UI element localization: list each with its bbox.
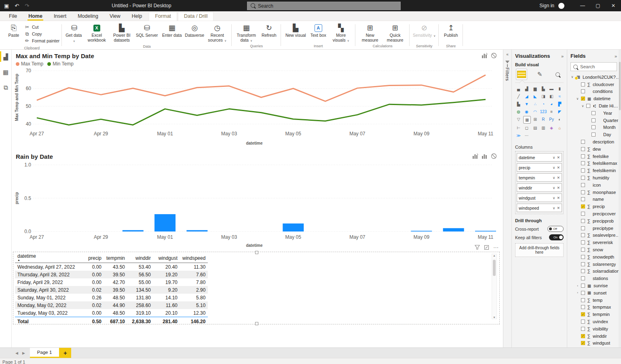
field-item-dew[interactable]: ∑dew (570, 145, 620, 153)
ribbon-tab-insert[interactable]: Insert (48, 12, 72, 21)
decomposition-tree-icon[interactable]: ⊢ (515, 124, 522, 131)
checkbox-checked[interactable]: ✓ (581, 97, 585, 101)
checkbox[interactable] (581, 168, 585, 173)
line-chart-visual[interactable]: Max and Min Temp by Date Max TempMin Tem… (13, 50, 501, 149)
field-item-month[interactable]: Month (570, 124, 620, 131)
drill-actions-icon[interactable] (472, 153, 478, 159)
scatter-chart-icon[interactable]: ∴ (532, 101, 539, 107)
checkbox[interactable] (581, 147, 585, 151)
new-visual-button[interactable]: ▙New visual (283, 22, 308, 39)
line-series-min-temp[interactable] (37, 99, 486, 125)
arcgis-map-icon[interactable]: ◈ (548, 124, 555, 131)
avatar[interactable] (558, 3, 564, 9)
checkbox[interactable] (581, 284, 585, 288)
field-item-visibility[interactable]: ∑visibility (570, 325, 620, 332)
line-series-max-temp[interactable] (37, 75, 486, 101)
more-visuals-ellipsis-icon[interactable]: ⋯ (523, 132, 530, 139)
checkbox[interactable] (581, 233, 585, 237)
remove-field-icon[interactable]: ✕ (557, 156, 560, 160)
table-row[interactable]: Wednesday, April 27, 20220.0043.5053.402… (15, 263, 208, 271)
checkbox[interactable] (581, 298, 585, 302)
cross-report-toggle[interactable]: Off (547, 226, 564, 232)
keep-all-filters-toggle[interactable]: On (549, 234, 564, 240)
field-item-temp[interactable]: ∑temp (570, 297, 620, 304)
waterfall-chart-icon[interactable]: ▙ (515, 101, 522, 107)
matrix-icon[interactable]: ⊞ (532, 116, 539, 123)
table-row[interactable]: Monday, May 02, 20220.0244.90258.6011.60… (15, 301, 208, 309)
ribbon-tab-data-drill[interactable]: Data / Drill (178, 12, 213, 21)
checkbox-checked[interactable]: ✓ (581, 341, 585, 345)
field-well-winddir[interactable]: winddir∨✕ (517, 183, 562, 192)
more-options-icon[interactable]: ⋯ (493, 244, 498, 252)
field-item-cloudcover[interactable]: ∑cloudcover (570, 81, 620, 88)
checkbox[interactable] (581, 140, 585, 144)
checkbox[interactable] (581, 212, 585, 216)
field-item-icon[interactable]: icon (570, 181, 620, 189)
line-chart-icon[interactable]: ╱ (515, 93, 522, 100)
fields-scrollbar[interactable] (619, 50, 621, 347)
checkbox[interactable] (581, 89, 585, 93)
chevron-down-icon[interactable]: ∨ (553, 196, 556, 200)
column-header-tempmin[interactable]: tempmin (104, 252, 127, 263)
field-item-feelslike[interactable]: ∑feelslike (570, 153, 620, 160)
field-item-conditions[interactable]: conditions (570, 88, 620, 95)
stacked-area-chart-icon[interactable]: ◣ (532, 93, 539, 100)
field-item-london-2cuk-unitg-[interactable]: ∨▦London%2CUK?unitG... (570, 74, 620, 81)
save-icon[interactable]: ▣ (4, 3, 9, 9)
undo-icon[interactable]: ↶ (15, 3, 19, 9)
copy-button[interactable]: ⧉Copy (24, 31, 59, 37)
scroll-up-icon[interactable]: ▲ (493, 254, 496, 257)
field-item-solarradiation[interactable]: ∑solarradiation (570, 268, 620, 275)
checkbox-checked[interactable]: ✓ (581, 312, 585, 316)
chevron-open-icon[interactable]: ∨ (570, 75, 574, 79)
report-view-button[interactable]: ▟ (0, 52, 11, 62)
checkbox-checked[interactable]: ✓ (581, 204, 585, 208)
ribbon-tab-format[interactable]: Format (149, 12, 177, 21)
publish-button[interactable]: ↥Publish (441, 22, 460, 39)
field-item-precipcover[interactable]: precipcover (570, 210, 620, 217)
filter-icon[interactable] (475, 244, 480, 252)
remove-field-icon[interactable]: ✕ (557, 186, 560, 190)
format-visual-tab[interactable]: ✎ (534, 69, 545, 80)
field-item-preciptype[interactable]: preciptype (570, 225, 620, 232)
bar-may-05[interactable] (283, 223, 304, 231)
checkbox[interactable] (581, 190, 585, 194)
column-header-winddir[interactable]: winddir (127, 252, 153, 263)
table-row[interactable]: Saturday, April 30, 20220.0239.50134.509… (15, 286, 208, 294)
no-entry-icon[interactable] (491, 153, 497, 159)
field-well-tempmin[interactable]: tempmin∨✕ (517, 173, 562, 182)
checkbox-checked[interactable]: ✓ (581, 334, 585, 338)
100-stacked-column-chart-icon[interactable]: ▮ (556, 85, 563, 92)
remove-field-icon[interactable]: ✕ (557, 176, 560, 180)
table-icon[interactable]: ▦ (523, 116, 531, 124)
field-item-sealevelpressure[interactable]: ∑sealevelpressure (570, 232, 620, 239)
checkbox[interactable] (581, 219, 585, 223)
dataverse-button[interactable]: ◎Dataverse (185, 22, 204, 39)
excel-workbook-button[interactable]: XExcel workbook (84, 22, 109, 43)
chevron-open-icon[interactable]: ∨ (576, 97, 579, 101)
field-item-name[interactable]: name (570, 196, 620, 203)
refresh-button[interactable]: ↻Refresh (259, 22, 279, 39)
field-item-day[interactable]: Day (570, 131, 620, 138)
power-bi-datasets-button[interactable]: ▙Power BI datasets (110, 22, 134, 43)
remove-field-icon[interactable]: ✕ (557, 206, 560, 210)
field-item-description[interactable]: description (570, 138, 620, 145)
table-row[interactable]: Sunday, May 01, 20220.2648.50131.8014.10… (15, 294, 208, 301)
stacked-column-chart-icon[interactable]: ▟ (523, 85, 530, 92)
table-visual[interactable]: ⋯ datetime▲preciptempminwinddirwindgustw… (13, 252, 499, 324)
field-item-quarter[interactable]: Quarter (570, 117, 620, 124)
slicer-icon[interactable]: ▽ (515, 116, 522, 123)
enter-data-button[interactable]: ▦Enter data (160, 22, 184, 39)
recent-sources-button[interactable]: ◷Recent sources ∨ (205, 22, 229, 44)
checkbox[interactable] (581, 154, 585, 158)
gauge-icon[interactable]: ◠ (532, 108, 539, 115)
close-button[interactable]: ✕ (606, 0, 621, 11)
field-item-uvindex[interactable]: ∑uvindex (570, 318, 620, 325)
remove-field-icon[interactable]: ✕ (557, 196, 560, 200)
checkbox[interactable] (591, 133, 596, 137)
chart-options-icon[interactable] (482, 153, 488, 159)
analytics-tab[interactable] (552, 69, 563, 80)
field-item-stations[interactable]: stations (570, 275, 620, 282)
table-row[interactable]: Friday, April 29, 20220.0042.7055.0019.7… (15, 278, 208, 286)
remove-field-icon[interactable]: ✕ (557, 166, 560, 170)
